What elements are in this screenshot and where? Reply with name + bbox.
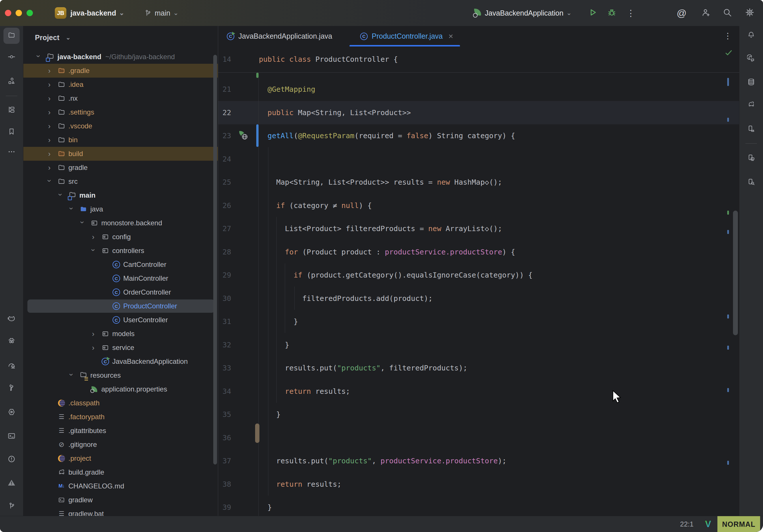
code-line-32[interactable]: 32}: [218, 333, 739, 357]
line-number[interactable]: 28: [218, 240, 231, 264]
tree-chevron-closed-icon[interactable]: ›: [90, 344, 97, 352]
code-line-29[interactable]: 29if (product.getCategory().equalsIgnore…: [218, 264, 739, 287]
line-number[interactable]: 21: [218, 78, 231, 101]
tree-chevron-closed-icon[interactable]: ›: [46, 94, 53, 103]
code-line-33[interactable]: 33results.put("products", filteredProduc…: [218, 356, 739, 380]
tree-item-build.gradle[interactable]: build.gradle: [23, 465, 218, 479]
tree-item-service[interactable]: › service: [23, 341, 218, 355]
notifications-warning-tool-button[interactable]: [3, 475, 20, 491]
error-stripe-mod-mark[interactable]: [727, 230, 729, 234]
more-tools-tool-button[interactable]: [3, 144, 20, 160]
tree-chevron-closed-icon[interactable]: ›: [90, 330, 97, 338]
profiler-tool-button[interactable]: [3, 358, 20, 374]
tree-item-CHANGELOG.md[interactable]: M↓ CHANGELOG.md: [23, 479, 218, 493]
code-line-21[interactable]: 21@GetMapping: [218, 78, 739, 101]
tree-chevron-closed-icon[interactable]: ›: [46, 136, 53, 144]
error-stripe-mod-mark[interactable]: [727, 314, 729, 319]
tree-item-application.properties[interactable]: application.properties: [23, 382, 218, 396]
code-line-26[interactable]: 26if (category ≠ null) {: [218, 194, 739, 217]
tree-item-.gitattributes[interactable]: ☰ .gitattributes: [23, 424, 218, 438]
hierarchy-tool-button[interactable]: [3, 102, 20, 118]
run-configuration-selector[interactable]: JavaBackendApplication⌄: [472, 0, 572, 26]
sticky-line-14[interactable]: 14 public class ProductController {: [218, 47, 739, 73]
code-area[interactable]: 21@GetMapping22public Map<String, List<P…: [218, 72, 739, 516]
code-line-22[interactable]: 22public Map<String, List<Product>>: [218, 101, 739, 124]
error-stripe-add-mark[interactable]: [727, 211, 729, 215]
editor-scrollbar[interactable]: [733, 211, 738, 335]
ai-assistant-tool-button[interactable]: [743, 51, 759, 67]
line-number[interactable]: 26: [218, 194, 231, 217]
incognito-tool-button[interactable]: [3, 333, 20, 349]
line-number[interactable]: 27: [218, 217, 231, 240]
code-line-31[interactable]: 31}: [218, 310, 739, 333]
tree-item-.gitignore[interactable]: ⊘ .gitignore: [23, 438, 218, 452]
vcs-del-marker[interactable]: [255, 424, 260, 443]
code-line-34[interactable]: 34return results;: [218, 380, 739, 403]
project-name-selector[interactable]: java-backend⌄: [70, 0, 124, 26]
code-line-38[interactable]: 38return results;: [218, 473, 739, 496]
project-tree-scrollbar[interactable]: [213, 55, 217, 465]
inspections-ok-check-icon[interactable]: [724, 49, 733, 58]
tree-item-gradle[interactable]: › gradle: [23, 161, 218, 174]
commit-tool-button[interactable]: [3, 49, 20, 65]
device-manager-tool-button[interactable]: [743, 150, 759, 166]
tree-chevron-closed-icon[interactable]: ›: [90, 233, 97, 241]
code-line-24[interactable]: 24: [218, 148, 739, 171]
line-number[interactable]: 34: [218, 380, 231, 403]
code-line-35[interactable]: 35}: [218, 403, 739, 426]
tree-item-bin[interactable]: › bin: [23, 133, 218, 147]
terminal-tool-button[interactable]: [3, 428, 20, 445]
vcs-mod-marker[interactable]: [256, 124, 259, 147]
run-button[interactable]: [588, 8, 598, 18]
tree-chevron-closed-icon[interactable]: ›: [46, 108, 53, 117]
tree-chevron-open-icon[interactable]: ›: [89, 247, 98, 254]
code-line-36[interactable]: 36: [218, 426, 739, 450]
tree-chevron-open-icon[interactable]: ›: [67, 371, 76, 378]
line-number[interactable]: 22: [218, 101, 231, 124]
tree-item-.vscode[interactable]: › .vscode: [23, 119, 218, 133]
line-number[interactable]: 38: [218, 473, 231, 496]
line-number[interactable]: 24: [218, 148, 231, 171]
tree-chevron-closed-icon[interactable]: ›: [46, 67, 53, 75]
tree-chevron-open-icon[interactable]: ›: [56, 191, 65, 198]
tree-item-java-backend[interactable]: › java-backend~/Github/java-backend: [23, 50, 218, 64]
settings-gear-button[interactable]: [744, 8, 755, 18]
endpoint-globe-icon[interactable]: [239, 131, 248, 140]
tree-item-resources[interactable]: › resources: [23, 369, 218, 382]
caret-position[interactable]: 22:1: [680, 520, 694, 528]
bookmarks-tool-button[interactable]: [3, 124, 20, 140]
gradle-tool-button[interactable]: [743, 97, 759, 113]
tree-chevron-closed-icon[interactable]: ›: [46, 150, 53, 158]
line-number[interactable]: 36: [218, 426, 231, 450]
tree-chevron-closed-icon[interactable]: ›: [46, 122, 53, 130]
tree-chevron-open-icon[interactable]: ›: [45, 177, 54, 184]
services-tool-button[interactable]: [3, 404, 20, 421]
add-user-button[interactable]: [701, 8, 711, 18]
line-number[interactable]: 33: [218, 356, 231, 380]
tree-chevron-closed-icon[interactable]: ›: [46, 80, 53, 89]
ideavim-icon[interactable]: V: [705, 519, 711, 529]
project-tool-button[interactable]: [3, 28, 20, 44]
vim-mode-badge[interactable]: NORMAL: [717, 516, 760, 532]
code-line-37[interactable]: 37results.put("products", productService…: [218, 449, 739, 473]
tree-item-ProductController[interactable]: C ProductController: [23, 299, 218, 313]
code-line-30[interactable]: 30filteredProducts.add(product);: [218, 287, 739, 310]
close-window-button[interactable]: [5, 10, 11, 16]
tree-item-.nx[interactable]: › .nx: [23, 91, 218, 105]
tree-item-gradlew[interactable]: gradlew: [23, 493, 218, 507]
line-number[interactable]: 39: [218, 496, 231, 516]
tree-item-controllers[interactable]: › controllers: [23, 244, 218, 258]
editor-tab-ProductController.java[interactable]: C ProductController.java ×: [360, 26, 453, 47]
close-tab-icon[interactable]: ×: [448, 32, 453, 41]
tree-chevron-open-icon[interactable]: ›: [78, 219, 87, 226]
problems-tool-button[interactable]: [3, 452, 20, 468]
line-number[interactable]: 30: [218, 287, 231, 310]
tree-item-JavaBackendApplication[interactable]: C JavaBackendApplication: [23, 355, 218, 369]
tree-chevron-open-icon[interactable]: ›: [34, 53, 43, 60]
line-number[interactable]: 37: [218, 449, 231, 473]
tree-item-.project[interactable]: .project: [23, 452, 218, 465]
tree-item-.factorypath[interactable]: ☰ .factorypath: [23, 410, 218, 424]
ai-cat-tool-button[interactable]: [3, 311, 20, 327]
tree-item-java[interactable]: › java: [23, 202, 218, 216]
tree-chevron-open-icon[interactable]: ›: [67, 205, 76, 212]
